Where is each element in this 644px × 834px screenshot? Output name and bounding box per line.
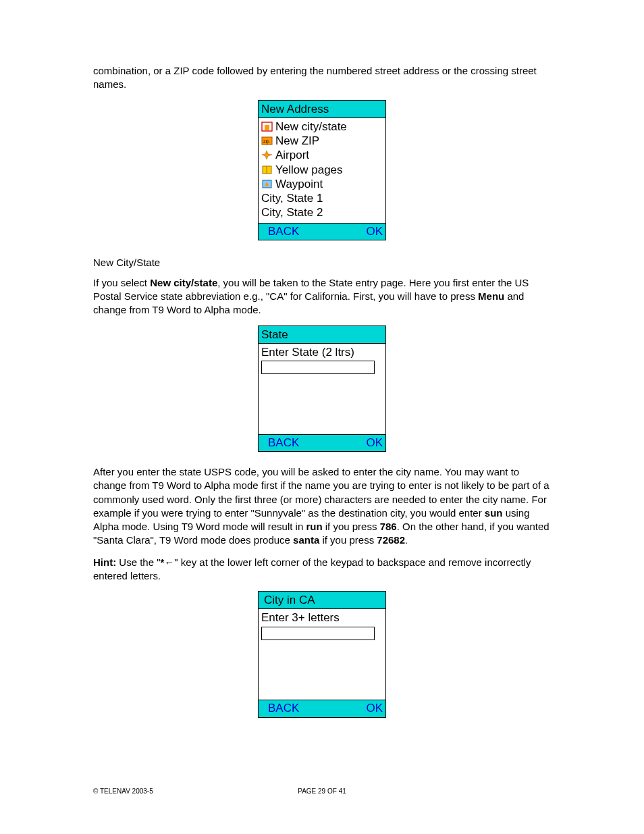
state-input[interactable] [261, 361, 375, 374]
menu-item-label: New ZIP [275, 134, 319, 148]
screen-body: Enter State (2 ltrs) [259, 344, 385, 434]
screen-title: City in CA [259, 592, 385, 609]
intro-paragraph: combination, or a ZIP code followed by e… [93, 64, 551, 92]
screen-title: State [259, 326, 385, 344]
hint-label: Hint: [93, 556, 116, 568]
screen-button-bar: BACK OK [259, 700, 385, 716]
text-fragment: If you select [93, 277, 150, 288]
zip-icon: zip [261, 136, 273, 146]
text-fragment: After you enter the state USPS code, you… [93, 466, 549, 519]
menu-item-yellow-pages[interactable]: Yellow pages [261, 163, 383, 177]
page-footer: © TELENAV 2003-5 PAGE 29 OF 41 [93, 787, 551, 795]
city-input[interactable] [261, 627, 375, 640]
ok-button[interactable]: OK [366, 701, 383, 715]
recent-city-2[interactable]: City, State 2 [261, 205, 383, 219]
menu-item-new-city-state[interactable]: New city/state [261, 120, 383, 134]
menu-item-label: New city/state [275, 120, 347, 134]
screen-new-address: New Address New city/state zip New ZIP [258, 100, 386, 240]
bold-72682: 72682 [377, 534, 405, 546]
document-page: combination, or a ZIP code followed by e… [0, 0, 644, 834]
menu-item-label: Waypoint [275, 177, 323, 191]
screen-body: Enter 3+ letters [259, 609, 385, 700]
text-fragment: if you press [323, 521, 380, 532]
waypoint-icon [261, 179, 273, 189]
menu-item-new-zip[interactable]: zip New ZIP [261, 134, 383, 148]
menu-item-label: Yellow pages [275, 163, 343, 177]
text-fragment: Use the " [116, 556, 160, 568]
airport-icon [261, 150, 273, 160]
bold-786: 786 [380, 521, 397, 532]
screen-new-address-wrap: New Address New city/state zip New ZIP [93, 100, 551, 240]
recent-city-1[interactable]: City, State 1 [261, 191, 383, 205]
svg-rect-1 [265, 125, 269, 130]
screen-title: New Address [259, 101, 385, 118]
paragraph-new-city-state: If you select New city/state, you will b… [93, 276, 551, 317]
menu-item-waypoint[interactable]: Waypoint [261, 177, 383, 191]
section-heading-new-city-state: New City/State [93, 257, 551, 268]
back-button[interactable]: BACK [261, 224, 299, 238]
screen-city-wrap: City in CA Enter 3+ letters BACK OK [93, 591, 551, 718]
paragraph-city-entry: After you enter the state USPS code, you… [93, 465, 551, 548]
input-prompt: Enter State (2 ltrs) [261, 345, 383, 359]
screen-button-bar: BACK OK [259, 434, 385, 451]
bold-run: run [306, 521, 322, 532]
hint-paragraph: Hint: Use the "*←" key at the lower left… [93, 556, 551, 583]
text-fragment: . [405, 534, 408, 546]
screen-body: New city/state zip New ZIP Airport [259, 118, 385, 223]
bold-santa: santa [293, 534, 319, 546]
svg-marker-4 [262, 151, 272, 159]
yellow-pages-icon [261, 165, 273, 175]
screen-state: State Enter State (2 ltrs) BACK OK [258, 325, 386, 452]
back-button[interactable]: BACK [261, 701, 299, 715]
bold-sun: sun [485, 507, 503, 519]
ok-button[interactable]: OK [366, 224, 383, 238]
menu-item-label: Airport [275, 148, 309, 162]
bold-menu: Menu [478, 290, 504, 302]
left-arrow-icon: ← [164, 556, 174, 568]
back-button[interactable]: BACK [261, 436, 299, 450]
ok-button[interactable]: OK [366, 436, 383, 450]
page-number: PAGE 29 OF 41 [93, 787, 551, 795]
screen-button-bar: BACK OK [259, 223, 385, 240]
bold-new-city-state: New city/state [150, 277, 217, 288]
text-fragment: if you press [319, 534, 377, 546]
menu-item-airport[interactable]: Airport [261, 148, 383, 162]
screen-state-wrap: State Enter State (2 ltrs) BACK OK [93, 325, 551, 452]
svg-text:zip: zip [263, 139, 269, 145]
screen-city: City in CA Enter 3+ letters BACK OK [258, 591, 386, 718]
city-icon [261, 122, 273, 132]
input-prompt: Enter 3+ letters [261, 610, 383, 625]
